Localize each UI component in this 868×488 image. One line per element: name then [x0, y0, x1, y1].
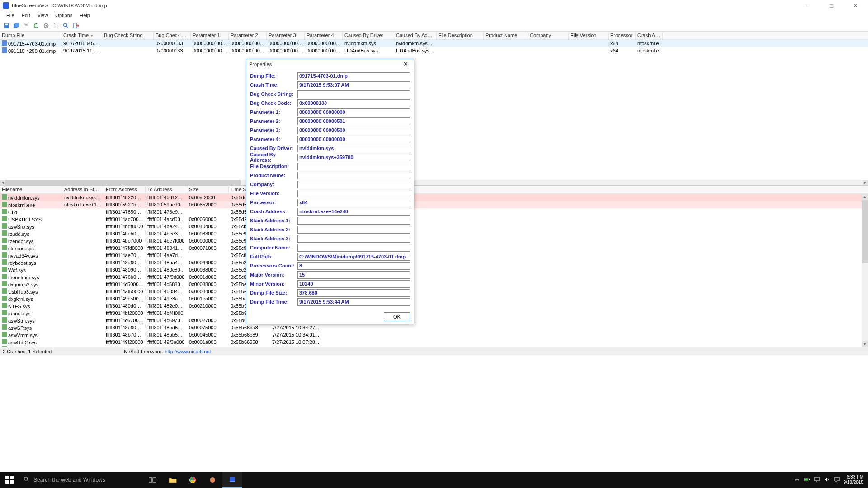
column-header[interactable]: File Description: [437, 32, 484, 39]
table-row[interactable]: rzendpt.sysfffff801`4be7000fffff801`4be7…: [0, 237, 868, 244]
dialog-titlebar[interactable]: Properties ✕: [246, 59, 414, 69]
column-header[interactable]: Product Name: [484, 32, 528, 39]
table-row[interactable]: nvvad64v.sysfffff801`4ae70000fffff801`4a…: [0, 252, 868, 259]
table-row[interactable]: NTFS.sysfffff801`480d0000fffff801`482e00…: [0, 302, 868, 310]
property-value[interactable]: 8: [297, 262, 410, 270]
property-value[interactable]: [297, 172, 410, 179]
menu-file[interactable]: File: [3, 12, 18, 19]
property-value[interactable]: 00000000`00000000: [297, 136, 410, 143]
table-row[interactable]: ntoskrnl.exentoskrnl.exe+166e20fffff800`…: [0, 201, 868, 208]
status-link[interactable]: http://www.nirsoft.net: [165, 349, 211, 354]
tray-volume-icon[interactable]: [824, 476, 830, 483]
vertical-scrollbar[interactable]: ▲ ▼: [862, 194, 868, 347]
ok-button[interactable]: OK: [384, 312, 410, 321]
tray-network-icon[interactable]: [814, 476, 820, 483]
tray-action-center-icon[interactable]: [834, 476, 840, 483]
maximize-button[interactable]: □: [826, 2, 837, 9]
close-window-button[interactable]: ✕: [849, 2, 862, 9]
toolbar-find-icon[interactable]: [61, 21, 71, 30]
menu-edit[interactable]: Edit: [18, 12, 34, 19]
column-header[interactable]: Crash Time▼: [61, 32, 102, 39]
scroll-track[interactable]: [862, 200, 868, 341]
property-value[interactable]: [297, 226, 410, 234]
property-value[interactable]: 091715-4703-01.dmp: [297, 72, 410, 80]
property-value[interactable]: nvlddmkm.sys: [297, 145, 410, 152]
column-header[interactable]: Parameter 2: [229, 32, 267, 39]
column-header[interactable]: Parameter 1: [191, 32, 229, 39]
column-header[interactable]: Company: [528, 32, 569, 39]
property-value[interactable]: [297, 235, 410, 243]
table-row[interactable]: tunnel.sysfffff801`4bf20000fffff801`4bf4…: [0, 310, 868, 317]
column-header[interactable]: Processor: [609, 32, 636, 39]
table-row[interactable]: UsbHub3.sysfffff801`4afb0000fffff801`4b0…: [0, 288, 868, 295]
toolbar-refresh-icon[interactable]: [32, 21, 41, 30]
scroll-right-icon[interactable]: ►: [863, 180, 868, 185]
property-value[interactable]: 00000000`00000000: [297, 108, 410, 116]
scroll-track[interactable]: [5, 180, 863, 185]
table-row[interactable]: 091115-4250-01.dmp9/11/2015 11:12:43...0…: [0, 47, 868, 54]
table-row[interactable]: 091715-4703-01.dmp9/17/2015 9:53:07 ...0…: [0, 40, 868, 47]
column-header[interactable]: To Address: [146, 186, 187, 193]
property-value[interactable]: [297, 90, 410, 98]
taskbar-clock[interactable]: 6:33 PM 9/18/2015: [844, 474, 864, 485]
toolbar-save-selected-icon[interactable]: [12, 21, 21, 30]
property-value[interactable]: [297, 181, 410, 188]
property-value[interactable]: [297, 244, 410, 252]
dialog-close-icon[interactable]: ✕: [401, 61, 411, 67]
taskbar-search[interactable]: Search the web and Windows: [19, 473, 141, 487]
tray-chevron-up-icon[interactable]: [794, 476, 800, 483]
column-header[interactable]: File Version: [569, 32, 609, 39]
table-row[interactable]: storport.sysfffff801`47fd0000fffff801`48…: [0, 244, 868, 252]
menu-options[interactable]: Options: [52, 12, 76, 19]
app-icon-1[interactable]: [203, 472, 222, 488]
scroll-thumb[interactable]: [862, 200, 868, 263]
property-value[interactable]: C:\WINDOWS\Minidump\091715-4703-01.dmp: [297, 253, 410, 261]
property-value[interactable]: 00000000`00000501: [297, 117, 410, 125]
column-header[interactable]: Crash Add: [636, 32, 663, 39]
bluescreenview-taskbar-icon[interactable]: [222, 472, 242, 488]
property-value[interactable]: [297, 163, 410, 170]
tray-battery-icon[interactable]: [804, 476, 810, 483]
table-row[interactable]: aswHwid.sysfffff801`4c970000fffff801`4c9…: [0, 346, 868, 347]
table-row[interactable]: nvlddmkm.sysnvlddmkm.sys+35...fffff801`4…: [0, 194, 868, 201]
table-row[interactable]: mountmgr.sysfffff801`478b0000fffff801`47…: [0, 273, 868, 281]
toolbar-properties-icon[interactable]: [22, 21, 31, 30]
toolbar-options-icon[interactable]: [42, 21, 51, 30]
property-value[interactable]: 00000000`00000500: [297, 127, 410, 134]
horizontal-scrollbar[interactable]: ◄ ►: [0, 180, 868, 185]
property-value[interactable]: 9/17/2015 9:53:07 AM: [297, 81, 410, 89]
column-header[interactable]: Bug Check Code: [154, 32, 191, 39]
column-header[interactable]: Dump File: [0, 32, 61, 39]
property-value[interactable]: 0x00000133: [297, 99, 410, 107]
table-row[interactable]: rdyboost.sysfffff801`48a60000fffff801`48…: [0, 259, 868, 266]
task-view-icon[interactable]: [143, 472, 163, 488]
table-row[interactable]: aswSP.sysfffff801`48e60000fffff801`48ed5…: [0, 324, 868, 331]
toolbar-exit-icon[interactable]: [71, 21, 80, 30]
property-value[interactable]: 10240: [297, 280, 410, 288]
table-row[interactable]: Wof.sysfffff801`48090000fffff801`480c800…: [0, 266, 868, 273]
scroll-left-icon[interactable]: ◄: [0, 180, 5, 185]
table-row[interactable]: dxgmms2.sysfffff801`4c500000fffff801`4c5…: [0, 281, 868, 288]
table-row[interactable]: aswSnx.sysfffff801`4bdf8000fffff801`4be2…: [0, 223, 868, 230]
table-row[interactable]: dxgkrnl.sysfffff801`49c50000fffff801`49e…: [0, 295, 868, 302]
column-header[interactable]: Parameter 4: [305, 32, 343, 39]
scroll-up-icon[interactable]: ▲: [862, 194, 868, 200]
menu-view[interactable]: View: [34, 12, 52, 19]
table-row[interactable]: CI.dllfffff801`47850000fffff801`478e9000…: [0, 208, 868, 216]
property-value[interactable]: [297, 217, 410, 225]
file-explorer-icon[interactable]: [163, 472, 183, 488]
column-header[interactable]: Caused By Driver: [343, 32, 394, 39]
column-header[interactable]: Caused By Address: [394, 32, 437, 39]
property-value[interactable]: 15: [297, 271, 410, 279]
property-value[interactable]: [297, 190, 410, 197]
table-row[interactable]: rzudd.sysfffff801`4beb0000fffff801`4bee3…: [0, 230, 868, 237]
column-header[interactable]: Address In Stack: [62, 186, 104, 193]
scroll-thumb[interactable]: [5, 180, 241, 185]
column-header[interactable]: Size: [187, 186, 229, 193]
property-value[interactable]: 9/17/2015 9:53:44 AM: [297, 298, 410, 306]
scroll-down-icon[interactable]: ▼: [862, 341, 868, 347]
property-value[interactable]: x64: [297, 199, 410, 206]
minimize-button[interactable]: —: [800, 2, 813, 9]
property-value[interactable]: 378,680: [297, 289, 410, 297]
table-row[interactable]: aswStm.sysfffff801`4c670000fffff801`4c69…: [0, 317, 868, 324]
